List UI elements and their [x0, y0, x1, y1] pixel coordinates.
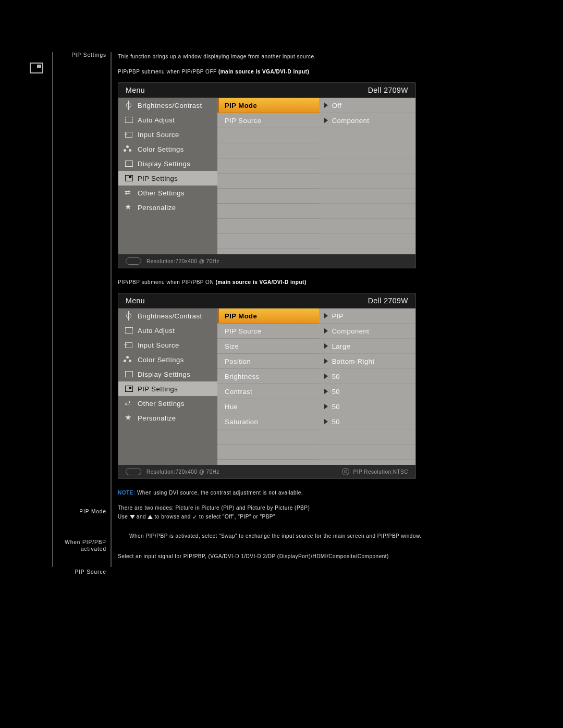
label-pip-source: PIP Source [75, 569, 106, 575]
caret-right-icon [324, 419, 328, 424]
color-icon [125, 356, 133, 363]
nav-item-input-source[interactable]: Input Source [118, 127, 217, 142]
subhead-off: PIP/PBP submenu when PIP/PBP OFF (main s… [118, 67, 483, 76]
setting-contrast[interactable]: Contrast [217, 384, 319, 399]
display-icon [125, 371, 133, 378]
nav-label: Brightness/Contrast [138, 312, 202, 320]
nav-label: PIP Settings [138, 175, 178, 182]
osd-window-off: Menu Dell 2709W Brightness/ContrastAuto … [118, 82, 416, 268]
setting-pip-mode[interactable]: PIP Mode [217, 98, 319, 113]
value-pip-mode[interactable]: PIP [319, 309, 415, 324]
value-empty [319, 429, 415, 445]
osd-pane: PIP ModePIP Source OffComponent [217, 98, 415, 254]
nav-label: Input Source [138, 131, 179, 139]
value-empty [319, 189, 415, 204]
nav-item-auto-adjust[interactable]: Auto Adjust [118, 323, 217, 338]
setting-empty [217, 234, 319, 249]
pip-icon [125, 175, 133, 182]
osd-pane: PIP ModePIP SourceSizePositionBrightness… [217, 309, 415, 465]
osd-statusbar: Resolution:720x400 @ 70Hz [118, 254, 415, 268]
auto-icon [125, 327, 133, 334]
value-pip-source[interactable]: Component [319, 324, 415, 339]
setting-saturation[interactable]: Saturation [217, 414, 319, 429]
txt: to browse and [155, 514, 193, 520]
osd-model-label: Dell 2709W [368, 297, 408, 305]
subhead-on-bold: (main source is VGA/DVI-D input) [215, 279, 306, 285]
caret-right-icon [324, 118, 328, 123]
value-text: Bottom-Right [332, 357, 375, 365]
nav-item-color-settings[interactable]: Color Settings [118, 142, 217, 156]
nav-item-auto-adjust[interactable]: Auto Adjust [118, 113, 217, 127]
nav-label: Auto Adjust [138, 327, 175, 335]
osd-titlebar: Menu Dell 2709W [118, 293, 415, 309]
setting-pip-mode[interactable]: PIP Mode [217, 309, 319, 324]
nav-item-personalize[interactable]: Personalize [118, 200, 217, 215]
nav-item-other-settings[interactable]: Other Settings [118, 396, 217, 411]
pip-section-icon [30, 63, 43, 73]
value-brightness[interactable]: 50 [319, 369, 415, 384]
value-pip-mode[interactable]: Off [319, 98, 415, 113]
nav-label: Display Settings [138, 371, 190, 378]
setting-pip-source[interactable]: PIP Source [217, 113, 319, 128]
osd-resolution: Resolution:720x400 @ 70Hz [146, 469, 219, 475]
brightness-icon [125, 102, 133, 109]
caret-right-icon [324, 103, 328, 108]
osd-values-col: OffComponent [319, 98, 415, 254]
nav-label: Personalize [138, 414, 176, 422]
left-gutter [21, 52, 53, 567]
display-icon [125, 160, 133, 167]
osd-settings-col: PIP ModePIP SourceSizePositionBrightness… [217, 309, 319, 465]
pip-mode-desc: There are two modes: Picture in Picture … [118, 503, 483, 522]
nav-item-other-settings[interactable]: Other Settings [118, 186, 217, 200]
osd-titlebar: Menu Dell 2709W [118, 83, 415, 98]
value-size[interactable]: Large [319, 339, 415, 354]
nav-item-color-settings[interactable]: Color Settings [118, 352, 217, 367]
nav-item-personalize[interactable]: Personalize [118, 411, 217, 425]
setting-size[interactable]: Size [217, 339, 319, 354]
setting-position[interactable]: Position [217, 354, 319, 369]
value-empty [319, 158, 415, 174]
other-icon [125, 189, 133, 196]
subhead-on-prefix: PIP/PBP submenu when PIP/PBP ON [118, 279, 215, 285]
osd-menu-label: Menu [126, 86, 145, 94]
caret-right-icon [324, 313, 328, 318]
value-hue[interactable]: 50 [319, 399, 415, 414]
value-empty [319, 219, 415, 234]
nav-label: Color Settings [138, 145, 184, 153]
star-icon [125, 204, 133, 211]
caret-right-icon [324, 328, 328, 334]
label-pip-settings: PIP Settings [71, 52, 106, 58]
osd-menu-label: Menu [126, 297, 145, 305]
nav-label: PIP Settings [138, 385, 178, 393]
input-icon [125, 131, 133, 138]
nav-item-brightness-contrast[interactable]: Brightness/Contrast [118, 309, 217, 323]
energy-star-icon [126, 257, 141, 265]
value-pip-source[interactable]: Component [319, 113, 415, 128]
caret-right-icon [324, 404, 328, 409]
star-icon [125, 414, 133, 422]
target-icon [342, 468, 349, 475]
setting-hue[interactable]: Hue [217, 399, 319, 414]
pip-source-desc: Select an input signal for PIP/PBP, (VGA… [118, 552, 483, 561]
value-text: 50 [332, 373, 340, 380]
label-column: PIP Settings PIP Mode When PIP/PBP activ… [53, 52, 112, 567]
nav-item-display-settings[interactable]: Display Settings [118, 156, 217, 171]
nav-item-pip-settings[interactable]: PIP Settings [118, 171, 217, 186]
nav-item-brightness-contrast[interactable]: Brightness/Contrast [118, 98, 217, 113]
setting-brightness[interactable]: Brightness [217, 369, 319, 384]
nav-item-display-settings[interactable]: Display Settings [118, 367, 217, 381]
nav-item-input-source[interactable]: Input Source [118, 338, 217, 352]
value-contrast[interactable]: 50 [319, 384, 415, 399]
nav-label: Input Source [138, 341, 179, 349]
setting-pip-source[interactable]: PIP Source [217, 324, 319, 339]
value-saturation[interactable]: 50 [319, 414, 415, 429]
other-icon [125, 400, 133, 407]
up-arrow-icon [148, 515, 153, 519]
osd-resolution: Resolution:720x400 @ 70Hz [146, 258, 219, 264]
note-label: NOTE: [118, 490, 136, 496]
value-position[interactable]: Bottom-Right [319, 354, 415, 369]
nav-item-pip-settings[interactable]: PIP Settings [118, 381, 217, 396]
label-pip-mode: PIP Mode [79, 509, 106, 514]
osd-nav: Brightness/ContrastAuto AdjustInput Sour… [118, 98, 217, 254]
nav-label: Brightness/Contrast [138, 102, 202, 109]
